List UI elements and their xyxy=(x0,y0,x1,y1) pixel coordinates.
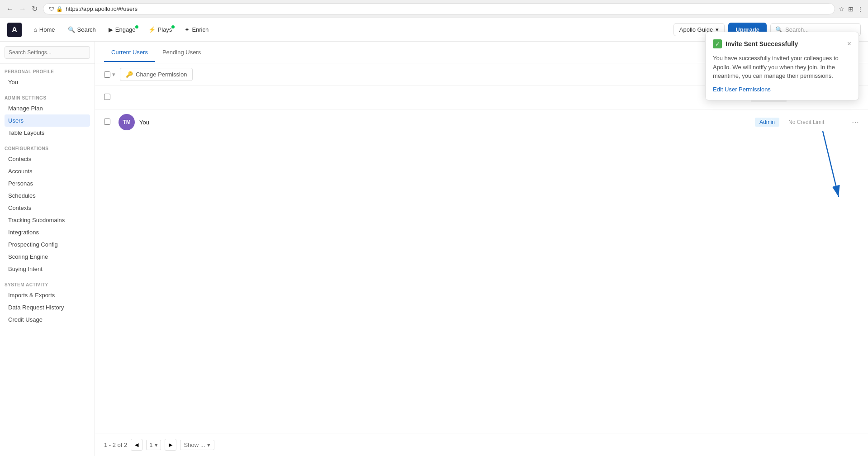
reload-button[interactable]: ↻ xyxy=(30,4,39,14)
nav-enrich-label: Enrich xyxy=(192,26,209,33)
pagination-info: 1 - 2 of 2 xyxy=(104,442,127,448)
row2-checkbox[interactable] xyxy=(104,119,110,125)
home-icon: ⌂ xyxy=(33,26,37,33)
notification-popup: ✓ Invite Sent Successfully × You have su… xyxy=(705,32,859,100)
change-permission-button[interactable]: 🔑 Change Permission xyxy=(120,68,193,81)
nav-search-label: Search xyxy=(77,26,96,33)
nav-plays-label: Plays xyxy=(158,26,172,33)
plays-icon: ⚡ xyxy=(148,26,156,33)
nav-home-label: Home xyxy=(39,26,55,33)
next-page-button[interactable]: ▶ xyxy=(165,439,176,451)
logo-text: A xyxy=(12,26,17,34)
sidebar-personal-section: PERSONAL PROFILE You xyxy=(0,64,95,90)
admin-settings-title: ADMIN SETTINGS xyxy=(5,95,90,100)
back-button[interactable]: ← xyxy=(5,4,15,14)
personal-profile-title: PERSONAL PROFILE xyxy=(5,69,90,74)
accounts-label: Accounts xyxy=(8,168,32,175)
sidebar-item-buying-intent[interactable]: Buying Intent xyxy=(5,263,90,275)
sidebar-search-input[interactable] xyxy=(5,46,90,59)
sidebar-item-table-layouts[interactable]: Table Layouts xyxy=(5,127,90,139)
users-label: Users xyxy=(8,117,24,124)
check-symbol: ✓ xyxy=(715,41,720,48)
sidebar-item-tracking-subdomains[interactable]: Tracking Subdomains xyxy=(5,214,90,226)
prev-page-button[interactable]: ◀ xyxy=(131,439,142,451)
row2-name: You xyxy=(139,119,755,126)
key-icon: 🔑 xyxy=(126,71,133,78)
sidebar-item-prospecting-config[interactable]: Prospecting Config xyxy=(5,238,90,251)
menu-icon[interactable]: ⋮ xyxy=(857,5,863,13)
row2-role-badge: Admin xyxy=(755,118,779,127)
data-request-history-label: Data Request History xyxy=(8,304,64,311)
search-nav-icon: 🔍 xyxy=(68,26,75,33)
engage-dot xyxy=(135,25,138,28)
contacts-label: Contacts xyxy=(8,156,31,162)
sidebar-item-manage-plan[interactable]: Manage Plan xyxy=(5,102,90,114)
success-check-icon: ✓ xyxy=(713,39,722,48)
sidebar-item-credit-usage[interactable]: Credit Usage xyxy=(5,314,90,326)
popup-title: Invite Sent Successfully xyxy=(726,40,798,48)
select-all-area: ▾ xyxy=(104,71,115,78)
browser-actions: ☆ ⊞ ⋮ xyxy=(839,5,863,13)
tab-pending-users-label: Pending Users xyxy=(162,49,201,56)
nav-engage-label: Engage xyxy=(115,26,136,33)
nav-engage[interactable]: ▶ Engage xyxy=(104,24,140,36)
sidebar-item-integrations[interactable]: Integrations xyxy=(5,226,90,238)
sidebar-item-users[interactable]: Users xyxy=(5,114,90,127)
sidebar-item-schedules[interactable]: Schedules xyxy=(5,190,90,202)
configurations-title: CONFIGURATIONS xyxy=(5,146,90,151)
extensions-icon[interactable]: ⊞ xyxy=(848,5,854,13)
sidebar-item-you[interactable]: You xyxy=(5,76,90,88)
tab-current-users[interactable]: Current Users xyxy=(104,43,155,62)
sidebar-item-imports-exports[interactable]: Imports & Exports xyxy=(5,289,90,301)
select-all-checkbox[interactable] xyxy=(104,71,110,78)
tracking-subdomains-label: Tracking Subdomains xyxy=(8,217,65,223)
bookmark-icon[interactable]: ☆ xyxy=(839,5,844,13)
url-bar[interactable]: 🛡 🔒 https://app.apollo.io/#/users xyxy=(43,3,835,14)
prospecting-config-label: Prospecting Config xyxy=(8,241,58,248)
manage-plan-label: Manage Plan xyxy=(8,105,43,112)
sidebar: PERSONAL PROFILE You ADMIN SETTINGS Mana… xyxy=(0,42,95,456)
tab-pending-users[interactable]: Pending Users xyxy=(155,43,208,62)
sidebar-item-contacts[interactable]: Contacts xyxy=(5,153,90,165)
page-number: 1 xyxy=(149,442,152,448)
sidebar-item-data-request-history[interactable]: Data Request History xyxy=(5,301,90,314)
apollo-logo: A xyxy=(7,23,22,37)
row1-checkbox[interactable] xyxy=(104,94,110,100)
integrations-label: Integrations xyxy=(8,229,39,236)
popup-header: ✓ Invite Sent Successfully × xyxy=(713,39,851,48)
tab-current-users-label: Current Users xyxy=(111,49,148,56)
sidebar-item-accounts[interactable]: Accounts xyxy=(5,165,90,177)
show-rows-select[interactable]: Show ... ▾ xyxy=(180,440,214,450)
forward-button[interactable]: → xyxy=(17,4,28,14)
row2-actions-menu[interactable]: ⋯ xyxy=(852,118,859,127)
browser-nav-buttons: ← → ↻ xyxy=(5,4,39,14)
row2-avatar-initials: TM xyxy=(123,119,130,125)
nav-search[interactable]: 🔍 Search xyxy=(63,24,100,36)
nav-plays[interactable]: ⚡ Plays xyxy=(144,24,177,36)
contexts-label: Contexts xyxy=(8,204,31,211)
row2-credit-limit: No Credit Limit xyxy=(788,119,843,125)
pagination-bar: 1 - 2 of 2 ◀ 1 ▾ ▶ Show ... ▾ xyxy=(95,433,868,456)
select-all-chevron[interactable]: ▾ xyxy=(112,71,115,78)
nav-home[interactable]: ⌂ Home xyxy=(29,24,60,36)
page-chevron-icon: ▾ xyxy=(155,442,158,448)
page-number-select[interactable]: 1 ▾ xyxy=(146,440,161,450)
edit-user-permissions-link[interactable]: Edit User Permissions xyxy=(713,86,771,93)
lock-icon: 🔒 xyxy=(56,6,63,12)
security-icons: 🛡 🔒 xyxy=(49,6,63,12)
sidebar-item-scoring-engine[interactable]: Scoring Engine xyxy=(5,251,90,263)
credit-usage-label: Credit Usage xyxy=(8,316,43,323)
system-activity-title: SYSTEM ACTIVITY xyxy=(5,282,90,287)
sidebar-item-contexts[interactable]: Contexts xyxy=(5,202,90,214)
nav-enrich[interactable]: ✦ Enrich xyxy=(180,24,213,36)
plays-dot xyxy=(171,25,175,28)
popup-close-button[interactable]: × xyxy=(847,40,851,48)
close-icon: × xyxy=(847,40,851,48)
sidebar-admin-section: ADMIN SETTINGS Manage Plan Users Table L… xyxy=(0,90,95,141)
sidebar-item-personas[interactable]: Personas xyxy=(5,177,90,190)
personas-label: Personas xyxy=(8,180,33,187)
schedules-label: Schedules xyxy=(8,192,36,199)
content-area: Current Users Pending Users ▾ 🔑 Change P… xyxy=(95,42,868,456)
row2-checkbox-area xyxy=(104,119,119,126)
row1-checkbox-area xyxy=(104,94,119,101)
